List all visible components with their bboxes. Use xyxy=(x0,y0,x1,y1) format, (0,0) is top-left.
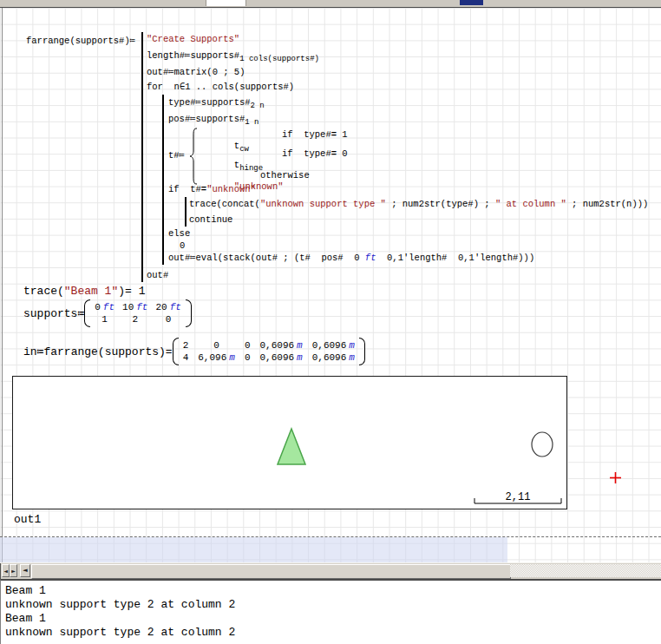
math-region-out1[interactable]: out1 xyxy=(14,513,41,527)
matrix-cell: 0,6096m xyxy=(260,340,303,351)
result-label: in≔farrange(supports)= xyxy=(23,345,173,358)
matrix-cell: 2 xyxy=(132,314,138,325)
scrollbar-thumb[interactable] xyxy=(31,564,511,579)
result-matrix-grid: 2 0 0 0,6096m 0,6096m 4 6,096m 0 0,6096m… xyxy=(179,338,359,365)
smath-worksheet-window: farrange(supports#)≔ "Create Supports" l… xyxy=(0,0,661,644)
matrix-cell: 0 xyxy=(245,352,251,363)
console-line: Beam 1 xyxy=(5,584,661,598)
supports-label: supports≔ xyxy=(23,306,84,320)
expr-text: pos#≔supports# xyxy=(168,114,245,124)
toolbar-input-fragment xyxy=(206,0,246,6)
horizontal-scrollbar[interactable]: ◄ ► ◄ xyxy=(0,562,661,579)
matrix-cell: 4 xyxy=(183,352,189,363)
matrix-index-subscript: 2 n xyxy=(251,102,265,110)
program-line-for[interactable]: for n∈1 .. cols(supports#) xyxy=(147,82,294,93)
scroll-left-button[interactable]: ◄ xyxy=(20,564,30,577)
case-curly-brace xyxy=(189,128,198,185)
program-line-t-assign[interactable]: t#≔ xyxy=(168,150,185,161)
case-condition: otherwise xyxy=(260,170,310,181)
math-region-trace-beam[interactable]: trace("Beam 1")= 1 xyxy=(23,285,145,299)
program-line-pos[interactable]: pos#≔supports#1 n xyxy=(168,114,259,128)
matrix-left-paren xyxy=(84,299,90,327)
scrollbar-track[interactable] xyxy=(510,564,661,577)
supports-matrix-grid: 0ft 10ft 20ft 1 2 0 xyxy=(90,299,186,327)
matrix-right-paren xyxy=(186,299,192,327)
beam-drawing-region[interactable]: 2,11 xyxy=(12,376,567,509)
scale-bar-label: 2,11 xyxy=(506,491,531,503)
program-block-bar xyxy=(141,32,143,282)
matrix-cell: 6,096m xyxy=(198,352,235,363)
unit-ft: ft xyxy=(365,253,376,263)
math-region-result-matrix[interactable]: in≔farrange(supports)= 2 0 0 0,6096m 0,6… xyxy=(23,338,365,365)
beam-drawing-canvas: 2,11 xyxy=(13,377,565,507)
matrix-index-subscript: 1 n xyxy=(245,118,259,127)
if-body-bar xyxy=(185,197,187,227)
program-line-if[interactable]: if t#="unknown" xyxy=(168,184,256,195)
matrix-cell: 20ft xyxy=(155,302,180,312)
matrix-cell: 2 xyxy=(183,340,189,351)
toolbar-selection-fragment xyxy=(460,0,483,5)
page-left-border xyxy=(2,8,3,562)
matrix-cell: 0 xyxy=(245,340,251,351)
program-line-eval-stack[interactable]: out#≔eval(stack(out# ; (t# pos# 0 ft 0,1… xyxy=(168,253,534,264)
expr-text: type#≔supports# xyxy=(168,97,251,108)
toolbar-strip xyxy=(0,0,661,8)
case-condition: if type#= 1 xyxy=(282,129,348,141)
math-farrange-header[interactable]: farrange(supports#)≔ xyxy=(26,36,135,47)
string-literal: "Create Supports" xyxy=(147,34,239,44)
matrix-left-paren xyxy=(173,338,179,365)
matrix-cell: 10ft xyxy=(122,302,147,312)
roller-support-circle xyxy=(532,432,553,457)
math-region-supports-matrix[interactable]: supports≔ 0ft 10ft 20ft 1 2 0 xyxy=(23,299,192,327)
matrix-cell: 0,6096m xyxy=(312,340,355,351)
pane-splitter-left-button[interactable]: ◄ xyxy=(2,564,10,577)
matrix-cell: 0 xyxy=(166,314,172,325)
string-literal: "Beam 1" xyxy=(64,285,118,298)
program-line-else[interactable]: else xyxy=(168,228,190,240)
matrix-cell: 0,6096m xyxy=(312,352,355,363)
console-line: unknown support type 2 at column 2 xyxy=(5,626,661,640)
program-line-out-matrix[interactable]: out#≔matrix(0 ; 5) xyxy=(147,67,245,78)
program-line-return[interactable]: out# xyxy=(147,270,168,281)
matrix-right-paren xyxy=(359,338,365,365)
console-line: Beam 1 xyxy=(5,612,661,626)
matrix-cell: 0 xyxy=(213,340,219,351)
program-line-create-supports[interactable]: "Create Supports" xyxy=(147,34,239,45)
pinned-support-triangle xyxy=(278,429,305,464)
program-line-length[interactable]: length#≔supports#1 cols(supports#) xyxy=(147,50,319,65)
console-line: unknown support type 2 at column 2 xyxy=(5,598,661,612)
scrollbar-left-edge xyxy=(0,563,1,579)
expr-text: length#≔supports# xyxy=(147,50,239,61)
program-line-trace[interactable]: trace(concat("unknown support type " ; n… xyxy=(189,199,648,210)
string-literal: " at column " xyxy=(495,199,566,209)
program-line-continue[interactable]: continue xyxy=(189,214,232,226)
for-loop-bar xyxy=(162,95,164,265)
matrix-index-subscript: 1 cols(supports#) xyxy=(239,55,319,63)
string-literal: "unknown support type " xyxy=(260,199,386,209)
program-line-type[interactable]: type#≔supports#2 n xyxy=(168,97,265,112)
below-page-band xyxy=(0,537,507,562)
trace-output-console[interactable]: Beam 1 unknown support type 2 at column … xyxy=(0,579,661,644)
string-literal: "unknown" xyxy=(206,184,256,194)
worksheet-canvas[interactable]: farrange(supports#)≔ "Create Supports" l… xyxy=(0,8,661,562)
matrix-cell: 0,6096m xyxy=(260,352,303,363)
program-line-else-value[interactable]: 0 xyxy=(180,240,185,252)
case-condition: if type#= 0 xyxy=(282,148,348,160)
matrix-cell: 1 xyxy=(101,314,108,325)
insertion-cursor-crosshair xyxy=(609,471,622,484)
matrix-cell: 0ft xyxy=(95,302,115,312)
pane-splitter-right-button[interactable]: ► xyxy=(10,564,17,577)
